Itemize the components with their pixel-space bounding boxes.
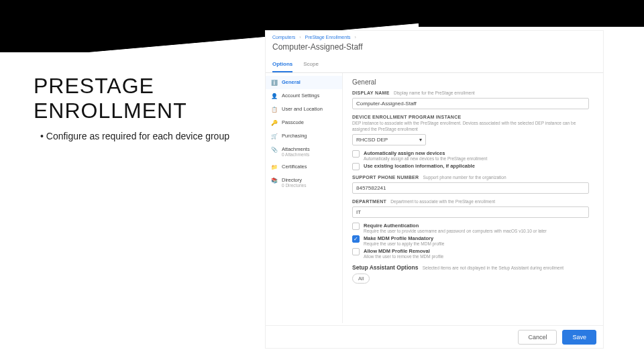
dep-instance-select[interactable]: RHCSD DEP ▾ (352, 134, 426, 145)
user-icon: 👤 (271, 93, 278, 99)
sidebar-item-label: Account Settings (282, 93, 319, 99)
footer-bar: Cancel Save (266, 325, 603, 348)
display-name-label: DISPLAY NAME (352, 90, 390, 95)
display-name-help: Display name for the PreStage enrollment (394, 90, 475, 95)
department-help: Department to associate with the PreStag… (390, 199, 495, 204)
sidebar-item-label: Directory (282, 177, 302, 183)
folder-icon: 📁 (271, 164, 278, 170)
use-location-checkbox[interactable] (352, 163, 360, 170)
sidebar-item-attachments[interactable]: 📎 Attachments 0 Attachments (266, 143, 342, 160)
cancel-button[interactable]: Cancel (518, 330, 557, 345)
sidebar-item-directory[interactable]: 📚 Directory 0 Directories (266, 174, 342, 191)
book-icon: 📚 (271, 177, 278, 184)
slide-bullet: Configure as required for each device gr… (40, 131, 229, 141)
sidebar-item-label: Passcode (282, 119, 304, 125)
mdm-mandatory-help: Require the user to apply the MDM profil… (364, 241, 444, 246)
support-phone-input[interactable]: 8457582241 (352, 182, 589, 194)
mdm-removal-label: Allow MDM Profile Removal (364, 248, 430, 254)
department-label: DEPARTMENT (352, 199, 386, 204)
page-title: Computer-Assigned-Staff (266, 41, 603, 57)
sidebar-item-sublabel: 0 Attachments (282, 152, 310, 157)
breadcrumb[interactable]: Computers › PreStage Enrollments › (266, 31, 603, 41)
app-window: Computers › PreStage Enrollments › Compu… (265, 30, 604, 349)
auto-assign-help: Automatically assign all new devices to … (364, 156, 487, 161)
support-phone-label: SUPPORT PHONE NUMBER (352, 175, 419, 180)
tab-options[interactable]: Options (272, 57, 292, 72)
mdm-removal-checkbox[interactable] (352, 248, 360, 255)
main-panel: General DISPLAY NAME Display name for th… (343, 73, 603, 323)
dep-instance-value: RHCSD DEP (356, 137, 388, 143)
display-name-input[interactable]: Computer-Assigned-Staff (352, 98, 589, 109)
section-heading-general: General (352, 78, 594, 86)
dep-instance-help: DEP instance to associate with the PreSt… (352, 121, 576, 131)
tab-bar: Options Scope (266, 57, 603, 73)
slide-title: PRESTAGE ENROLLMENT (34, 74, 187, 123)
tab-scope[interactable]: Scope (303, 57, 319, 72)
sidebar-item-passcode[interactable]: 🔑 Passcode (266, 116, 342, 129)
sidebar-item-sublabel: 0 Directories (282, 183, 306, 188)
mdm-mandatory-checkbox[interactable]: ✓ (352, 235, 360, 243)
sidebar-item-account-settings[interactable]: 👤 Account Settings (266, 89, 342, 103)
require-auth-label: Require Authentication (364, 223, 419, 229)
mdm-removal-help: Allow the user to remove the MDM profile (364, 254, 443, 259)
sidebar-item-label: Certificates (282, 164, 307, 170)
side-nav: ℹ️ General 👤 Account Settings 📋 User and… (266, 73, 343, 323)
info-icon: ℹ️ (271, 79, 278, 86)
setup-assist-heading: Setup Assistant Options (352, 264, 418, 271)
paperclip-icon: 📎 (271, 146, 278, 153)
clipboard-icon: 📋 (271, 106, 278, 113)
auto-assign-checkbox[interactable] (352, 150, 360, 158)
sidebar-item-label: User and Location (282, 106, 323, 112)
sidebar-item-user-location[interactable]: 📋 User and Location (266, 103, 342, 116)
sidebar-item-purchasing[interactable]: 🛒 Purchasing (266, 129, 342, 143)
sidebar-item-label: Attachments (282, 146, 310, 152)
chevron-right-icon: › (355, 35, 356, 40)
key-icon: 🔑 (271, 119, 278, 126)
mdm-mandatory-label: Make MDM Profile Mandatory (364, 235, 433, 241)
sidebar-item-certificates[interactable]: 📁 Certificates (266, 160, 342, 174)
setup-assist-all-pill[interactable]: All (352, 274, 370, 284)
cart-icon: 🛒 (271, 133, 278, 139)
chevron-down-icon: ▾ (419, 137, 422, 143)
breadcrumb-prestage[interactable]: PreStage Enrollments (305, 35, 350, 40)
sidebar-item-general[interactable]: ℹ️ General (266, 76, 342, 89)
use-location-label: Use existing location information, if ap… (364, 163, 475, 169)
support-phone-help: Support phone number for the organizatio… (423, 175, 506, 180)
setup-assist-help: Selected items are not displayed in the … (423, 265, 564, 270)
require-auth-checkbox[interactable] (352, 223, 360, 230)
sidebar-item-label: Purchasing (282, 133, 307, 139)
department-input[interactable]: IT (352, 206, 589, 218)
dep-instance-label: DEVICE ENROLLMENT PROGRAM INSTANCE (352, 115, 462, 119)
breadcrumb-computers[interactable]: Computers (272, 35, 295, 40)
save-button[interactable]: Save (562, 330, 596, 345)
auto-assign-label: Automatically assign new devices (364, 150, 445, 156)
sidebar-item-label: General (282, 79, 301, 85)
require-auth-help: Require the user to provide username and… (364, 229, 547, 233)
chevron-right-icon: › (299, 35, 301, 40)
